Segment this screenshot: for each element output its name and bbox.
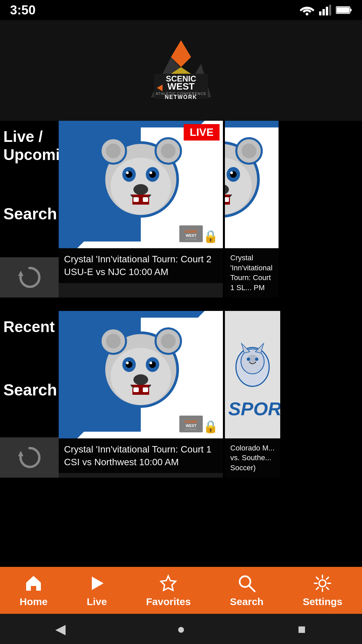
svg-text:SCENIC: SCENIC (185, 230, 197, 233)
live-card-1-image: LIVE (59, 121, 223, 248)
svg-rect-4 (329, 5, 331, 15)
refresh-icon-2 (16, 444, 43, 471)
android-nav-bar: ◀ ● ■ (0, 614, 362, 644)
favorites-icon (158, 573, 178, 593)
bear-mascot-icon-2 (84, 318, 198, 432)
live-upcoming-refresh-button[interactable] (0, 257, 59, 298)
svg-marker-88 (92, 577, 104, 590)
live-card-1-title: Crystal 'Inn'vitational Tourn: Court 2 U… (59, 248, 223, 283)
svg-point-0 (306, 13, 308, 15)
svg-rect-76 (143, 387, 148, 392)
live-upcoming-cards: LIVE (59, 121, 362, 298)
swn-watermark: SCENIC WEST NETWORK (179, 225, 203, 244)
nav-settings-label: Settings (303, 596, 342, 607)
battery-icon (336, 5, 352, 15)
live-badge: LIVE (184, 124, 220, 141)
status-bar: 3:50 (0, 0, 362, 20)
android-back-button[interactable]: ◀ (47, 619, 74, 639)
refresh-icon (16, 264, 43, 291)
status-icons (300, 5, 352, 15)
svg-point-91 (319, 580, 326, 587)
svg-line-90 (249, 586, 255, 591)
nav-favorites-label: Favorites (146, 596, 191, 607)
live-card-1[interactable]: LIVE (59, 121, 223, 298)
search-icon (237, 573, 257, 593)
svg-rect-2 (322, 9, 325, 15)
nav-settings[interactable]: Settings (303, 573, 342, 607)
bear-mascot-icon (84, 127, 198, 241)
svg-point-73 (133, 374, 148, 385)
svg-rect-34 (133, 197, 139, 202)
svg-point-53 (230, 171, 233, 174)
recent-sidebar: Recent Search (0, 311, 59, 478)
live-upcoming-sidebar: Live / Upcoming Search (0, 121, 59, 298)
nav-favorites[interactable]: Favorites (146, 573, 191, 607)
svg-marker-58 (18, 451, 23, 456)
settings-icon (312, 573, 333, 593)
svg-text:NETWORK: NETWORK (185, 238, 197, 240)
header-logo-area: SCENIC WEST ATHLETIC CONFERENCE NETWORK (0, 20, 362, 121)
svg-text:WEST: WEST (186, 233, 196, 237)
live-card-2-image (225, 121, 279, 248)
nav-search[interactable]: Search (230, 573, 263, 607)
recent-card-2-image: SPOR (225, 311, 280, 438)
signal-icon (319, 5, 331, 15)
android-recents-button[interactable]: ■ (288, 619, 315, 639)
live-upcoming-section: Live / Upcoming Search LIVE (0, 121, 362, 298)
swn-watermark-2: SCENIC WEST NETWORK (179, 416, 203, 434)
recent-section: Recent Search (0, 311, 362, 478)
recent-card-2[interactable]: SPOR Colorado M... vs. Southe... Soccer) (225, 311, 280, 478)
nav-live-label: Live (87, 596, 107, 607)
nav-search-label: Search (230, 596, 263, 607)
swn-logo: SCENIC WEST ATHLETIC CONFERENCE NETWORK (144, 37, 218, 104)
svg-point-24 (161, 144, 176, 158)
recent-refresh-button[interactable] (0, 437, 59, 478)
recent-label: Recent (0, 311, 59, 342)
nav-live[interactable]: Live (87, 573, 107, 607)
svg-text:WEST: WEST (186, 424, 196, 428)
live-card-2-title: Crystal 'Inn'vitational Tourn: Court 1 S… (225, 248, 279, 298)
sport-text: SPOR (228, 399, 280, 418)
bear-mascot-partial-icon (225, 127, 279, 241)
lock-icon-2: 🔒 (203, 420, 218, 434)
status-time: 3:50 (10, 3, 36, 17)
wifi-icon (300, 5, 314, 15)
svg-point-86 (247, 358, 250, 361)
svg-text:WEST: WEST (168, 81, 195, 92)
svg-point-30 (126, 171, 129, 174)
live-upcoming-search-button[interactable]: Search (0, 170, 59, 257)
lock-icon: 🔒 (203, 229, 218, 244)
live-icon (87, 573, 107, 593)
svg-marker-17 (18, 271, 23, 276)
recent-card-1-title: Crystal 'Inn'vitational Tourn: Court 1 C… (59, 438, 223, 473)
svg-rect-6 (350, 9, 352, 11)
svg-point-23 (106, 144, 121, 158)
svg-point-87 (255, 358, 258, 361)
recent-card-2-title: Colorado M... vs. Southe... Soccer) (225, 438, 280, 478)
android-home-button[interactable]: ● (168, 619, 194, 639)
svg-rect-57 (225, 197, 229, 202)
logo-container: SCENIC WEST ATHLETIC CONFERENCE NETWORK (144, 37, 218, 104)
svg-point-65 (161, 334, 176, 348)
recent-card-1[interactable]: SCENIC WEST NETWORK 🔒 Crystal 'Inn'vitat… (59, 311, 223, 478)
svg-rect-75 (133, 387, 139, 392)
svg-rect-3 (326, 7, 328, 15)
svg-text:NETWORK: NETWORK (185, 428, 197, 431)
nav-home[interactable]: Home (19, 573, 47, 607)
recent-search-button[interactable]: Search (0, 342, 59, 437)
live-card-2[interactable]: Crystal 'Inn'vitational Tourn: Court 1 S… (225, 121, 279, 298)
svg-point-71 (126, 362, 129, 364)
svg-rect-7 (337, 7, 349, 13)
recent-cards: SCENIC WEST NETWORK 🔒 Crystal 'Inn'vitat… (59, 311, 362, 478)
svg-point-32 (133, 184, 148, 195)
svg-rect-1 (319, 11, 321, 15)
svg-point-31 (149, 171, 152, 174)
home-icon (23, 573, 44, 593)
svg-text:NETWORK: NETWORK (165, 94, 197, 100)
svg-point-72 (149, 362, 152, 364)
bottom-nav: Home Live Favorites Search Settings (0, 567, 362, 614)
recent-card-1-image: SCENIC WEST NETWORK 🔒 (59, 311, 223, 438)
svg-point-46 (242, 144, 256, 158)
svg-text:SCENIC: SCENIC (185, 420, 197, 424)
svg-rect-35 (143, 197, 148, 202)
